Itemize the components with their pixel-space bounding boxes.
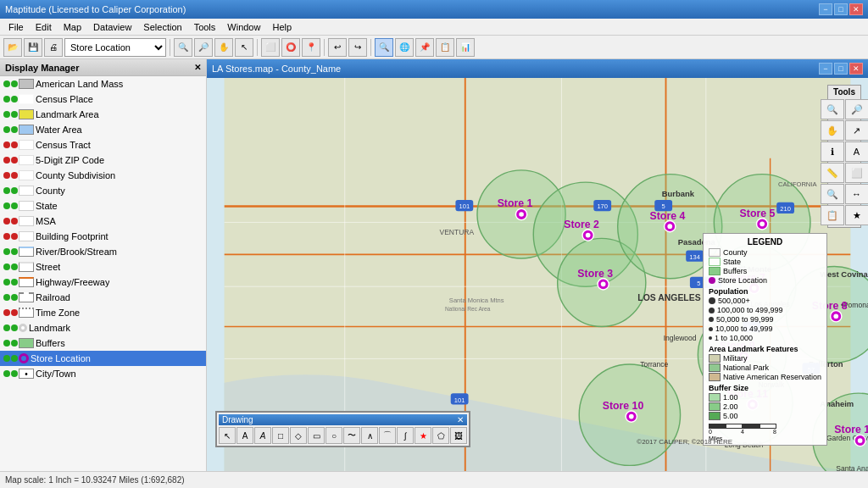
enable-icon[interactable] [11, 172, 18, 179]
draw-text[interactable]: A [236, 427, 253, 444]
tool-10[interactable]: 📌 [415, 38, 434, 57]
enable-icon[interactable] [11, 218, 18, 225]
layer-item-county-subdivision[interactable]: County Subdivision [0, 168, 206, 183]
tool-7[interactable]: ↪ [348, 38, 367, 57]
tool-12[interactable]: 📊 [456, 38, 475, 57]
map-close-button[interactable]: ✕ [849, 63, 863, 75]
enable-icon[interactable] [11, 157, 18, 164]
distance-tool[interactable]: 📏 [821, 163, 844, 183]
area-tool[interactable]: ⬜ [845, 163, 869, 183]
location-select[interactable]: Store Location [64, 38, 166, 57]
label-tool[interactable]: A [845, 141, 869, 162]
minimize-button[interactable]: − [819, 3, 832, 15]
find-tool[interactable]: 🔍 [821, 184, 844, 204]
layer-item-american-land-mass[interactable]: American Land Mass [0, 76, 206, 92]
tool-4[interactable]: ⭕ [281, 38, 300, 57]
layer-item-landmark[interactable]: Landmark [0, 320, 206, 336]
enable-icon[interactable] [11, 187, 18, 194]
enable-icon[interactable] [11, 370, 18, 377]
zoom-in-button[interactable]: 🔍 [174, 38, 192, 57]
enable-icon[interactable] [11, 340, 18, 347]
select-button[interactable]: ↖ [235, 38, 253, 57]
enable-icon[interactable] [11, 355, 18, 362]
visibility-icon[interactable] [3, 111, 10, 118]
pan-button[interactable]: ✋ [214, 38, 233, 57]
tool-5[interactable]: 📍 [302, 38, 320, 57]
pan-tool[interactable]: ✋ [821, 120, 844, 141]
layer-item-store-location[interactable]: Store Location [0, 351, 206, 366]
zoom-in-tool[interactable]: 🔍 [821, 99, 844, 119]
search-button[interactable]: 🔍 [375, 38, 393, 57]
visibility-icon[interactable] [3, 126, 10, 133]
layer-item-railroad[interactable]: Railroad [0, 290, 206, 305]
enable-icon[interactable] [11, 96, 18, 103]
visibility-icon[interactable] [3, 187, 10, 194]
visibility-icon[interactable] [3, 141, 10, 148]
drawing-close-button[interactable]: ✕ [457, 415, 464, 424]
draw-rounded-rect[interactable]: ▭ [308, 427, 325, 444]
layer-item-state[interactable]: State [0, 198, 206, 214]
map-content[interactable]: Burbank Pasadena LOS ANGELES El Monte Ea… [207, 78, 868, 471]
layer-item-building-footprint[interactable]: Building Footprint [0, 229, 206, 244]
layer-item-5-digit-zip-code[interactable]: 5-Digit ZIP Code [0, 152, 206, 168]
layer-item-msa[interactable]: MSA [0, 214, 206, 229]
enable-icon[interactable] [11, 294, 18, 301]
tool-11[interactable]: 📋 [436, 38, 454, 57]
enable-icon[interactable] [11, 248, 18, 255]
drag-tool[interactable]: ↔ [845, 184, 869, 204]
tool-6[interactable]: ↩ [328, 38, 347, 57]
select-tool[interactable]: ↗ [845, 120, 869, 141]
layer-item-county[interactable]: County [0, 183, 206, 198]
draw-wave[interactable]: 〜 [343, 427, 360, 444]
layer-item-census-tract[interactable]: Census Tract [0, 137, 206, 152]
layer-item-buffers[interactable]: Buffers [0, 336, 206, 351]
visibility-icon[interactable] [3, 263, 10, 270]
visibility-icon[interactable] [3, 279, 10, 286]
visibility-icon[interactable] [3, 157, 10, 164]
identify-tool[interactable]: ℹ [821, 141, 844, 162]
layer-item-highway-freeway[interactable]: Highway/Freeway [0, 274, 206, 290]
close-button[interactable]: ✕ [849, 3, 863, 15]
menu-help[interactable]: Help [267, 20, 297, 34]
enable-icon[interactable] [11, 263, 18, 270]
open-button[interactable]: 📂 [3, 38, 22, 57]
enable-icon[interactable] [11, 279, 18, 286]
visibility-icon[interactable] [3, 324, 10, 331]
draw-star[interactable]: ★ [415, 427, 431, 444]
menu-tools[interactable]: Tools [189, 20, 221, 34]
enable-icon[interactable] [11, 202, 18, 209]
draw-select[interactable]: ↖ [219, 427, 236, 444]
panel-close-button[interactable]: ✕ [194, 63, 201, 72]
enable-icon[interactable] [11, 324, 18, 331]
menu-window[interactable]: Window [222, 20, 265, 34]
enable-icon[interactable] [11, 141, 18, 148]
tool-9[interactable]: 🌐 [395, 38, 414, 57]
layer-item-city-town[interactable]: •City/Town [0, 366, 206, 381]
save-button[interactable]: 💾 [24, 38, 42, 57]
enable-icon[interactable] [11, 309, 18, 316]
map-maximize-button[interactable]: □ [834, 63, 848, 75]
zoom-out-button[interactable]: 🔎 [194, 38, 213, 57]
visibility-icon[interactable] [3, 172, 10, 179]
menu-file[interactable]: File [3, 20, 29, 34]
layer-item-census-place[interactable]: Census Place [0, 92, 206, 107]
enable-icon[interactable] [11, 233, 18, 240]
layer-item-water-area[interactable]: Water Area [0, 122, 206, 137]
draw-arc[interactable]: ∧ [361, 427, 378, 444]
enable-icon[interactable] [11, 111, 18, 118]
draw-curve[interactable]: ⌒ [379, 427, 396, 444]
menu-edit[interactable]: Edit [31, 20, 57, 34]
layer-item-street[interactable]: Street [0, 259, 206, 274]
map-minimize-button[interactable]: − [819, 63, 832, 75]
layer-item-time-zone[interactable]: Time Zone [0, 305, 206, 320]
maximize-button[interactable]: □ [834, 3, 848, 15]
draw-diamond[interactable]: ◇ [290, 427, 307, 444]
draw-ellipse[interactable]: ○ [326, 427, 342, 444]
visibility-icon[interactable] [3, 96, 10, 103]
draw-image[interactable]: 🖼 [450, 427, 467, 444]
layer-item-river-brook-stream[interactable]: River/Brook/Stream [0, 244, 206, 259]
visibility-icon[interactable] [3, 233, 10, 240]
zoom-out-tool[interactable]: 🔎 [845, 99, 869, 119]
visibility-icon[interactable] [3, 80, 10, 87]
enable-icon[interactable] [11, 80, 18, 87]
